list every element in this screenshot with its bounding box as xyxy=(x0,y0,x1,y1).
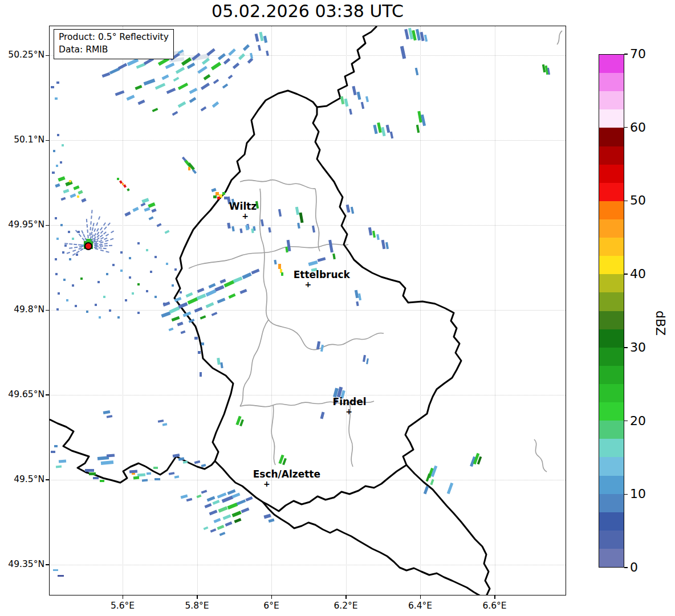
radar-echo-cell xyxy=(51,86,54,88)
radar-echo-cell xyxy=(106,273,108,275)
colorbar-tick-mark xyxy=(624,201,628,202)
district-border xyxy=(240,320,269,406)
radar-echo-cell xyxy=(97,281,100,283)
colorbar-tick-label: 0 xyxy=(630,560,638,576)
colorbar-segment xyxy=(599,274,624,292)
radar-echo-cell xyxy=(100,480,104,482)
radar-echo-cell xyxy=(99,316,101,319)
x-tick-mark xyxy=(420,595,421,599)
radar-echo-cell xyxy=(132,292,134,295)
colorbar-tick-label: 30 xyxy=(630,340,646,356)
country-border xyxy=(406,465,490,595)
city-marker: + xyxy=(242,212,249,220)
radar-echo-cell xyxy=(109,309,111,312)
radar-echo-cell xyxy=(72,238,74,240)
radar-echo-cell xyxy=(146,249,148,251)
radar-site-marker xyxy=(84,242,92,250)
x-tick-mark xyxy=(271,595,273,599)
colorbar-tick-mark xyxy=(624,54,628,55)
colorbar-segment xyxy=(599,55,624,73)
radar-echo-cell xyxy=(122,183,124,185)
district-border xyxy=(262,240,384,350)
colorbar-tick-mark xyxy=(624,127,628,128)
radar-echo-cell xyxy=(60,161,62,164)
colorbar-tick-label: 10 xyxy=(630,486,646,502)
district-border xyxy=(534,439,547,472)
x-tick-label: 6°E xyxy=(263,601,279,611)
radar-echo-cell xyxy=(120,270,123,272)
radar-echo-cell xyxy=(69,180,71,182)
radar-echo-cell xyxy=(200,372,202,377)
y-tick-mark xyxy=(46,140,49,141)
colorbar-segment xyxy=(599,201,624,219)
colorbar-segment xyxy=(599,402,624,421)
radar-echo-cell xyxy=(56,81,59,84)
city-marker: + xyxy=(263,480,270,488)
y-tick-mark xyxy=(46,310,49,311)
radar-echo-cell xyxy=(166,263,168,265)
colorbar-segment xyxy=(599,91,624,109)
city-label: Ettelbruck xyxy=(294,269,350,280)
colorbar-tick-mark xyxy=(624,421,628,422)
radar-echo-cell xyxy=(154,256,157,258)
y-tick-label: 49.8°N xyxy=(0,304,44,315)
radar-echo-cell xyxy=(147,472,151,475)
colorbar-segment xyxy=(599,238,624,256)
radar-echo-cell xyxy=(194,337,198,340)
colorbar-tick-label: 50 xyxy=(630,193,646,209)
radar-echo-cell xyxy=(53,150,55,152)
colorbar-segment xyxy=(599,109,624,128)
y-tick-mark xyxy=(46,55,49,56)
colorbar-segment xyxy=(599,311,624,329)
city-label: Findel xyxy=(333,396,367,407)
district-border xyxy=(189,244,348,268)
radar-echo-cell xyxy=(64,244,67,247)
radar-echo-cell xyxy=(72,284,74,287)
city-marker: + xyxy=(345,407,352,415)
y-tick-label: 49.5°N xyxy=(0,474,44,484)
radar-echo-cell xyxy=(224,197,227,199)
radar-echo-cell xyxy=(278,264,281,269)
radar-echo-cell xyxy=(75,305,77,307)
radar-echo-cell xyxy=(53,569,58,571)
colorbar-segment xyxy=(599,128,624,146)
map-plot-area: Product: 0.5° Reflectivity Data: RMIB +W… xyxy=(49,26,566,595)
radar-echo-cell xyxy=(137,242,140,244)
radar-echo-cell xyxy=(281,272,283,276)
colorbar-tick-label: 40 xyxy=(630,266,646,282)
radar-echo-cell xyxy=(198,351,201,354)
radar-echo-cell xyxy=(129,257,131,259)
colorbar-segment xyxy=(599,457,624,475)
country-border xyxy=(263,502,481,595)
city-marker: + xyxy=(304,280,311,288)
radar-echo-cell xyxy=(120,251,123,254)
radar-echo-cell xyxy=(222,192,225,195)
radar-echo-cell xyxy=(68,231,70,233)
colorbar-segment xyxy=(599,531,624,549)
y-tick-mark xyxy=(46,394,49,395)
radar-echo-cell xyxy=(77,195,79,198)
radar-echo-cell xyxy=(213,195,217,198)
radar-echo-cell xyxy=(55,97,58,100)
colorbar xyxy=(599,54,624,568)
district-border xyxy=(260,189,262,240)
colorbar-tick-mark xyxy=(624,567,628,568)
city-label: Wiltz xyxy=(229,201,257,212)
radar-echo-cell xyxy=(142,479,148,482)
y-tick-label: 50.25°N xyxy=(0,50,44,60)
radar-echo-cell xyxy=(117,178,119,180)
radar-echo-cell xyxy=(66,299,68,301)
radar-echo-cell xyxy=(69,258,71,260)
radar-echo-cell xyxy=(117,316,120,319)
radar-echo-cell xyxy=(129,276,131,279)
city-label: Esch/Alzette xyxy=(253,468,320,480)
radar-echo-cell xyxy=(133,476,139,480)
radar-echo-cell xyxy=(154,296,157,298)
radar-echo-cell xyxy=(55,273,58,275)
radar-echo-cell xyxy=(51,451,55,453)
radar-echo-cell xyxy=(93,477,99,479)
radar-echo-cell xyxy=(137,312,140,314)
colorbar-tick-label: 60 xyxy=(630,120,646,136)
radar-echo-cell xyxy=(52,172,55,174)
radar-echo-cell xyxy=(76,254,78,256)
